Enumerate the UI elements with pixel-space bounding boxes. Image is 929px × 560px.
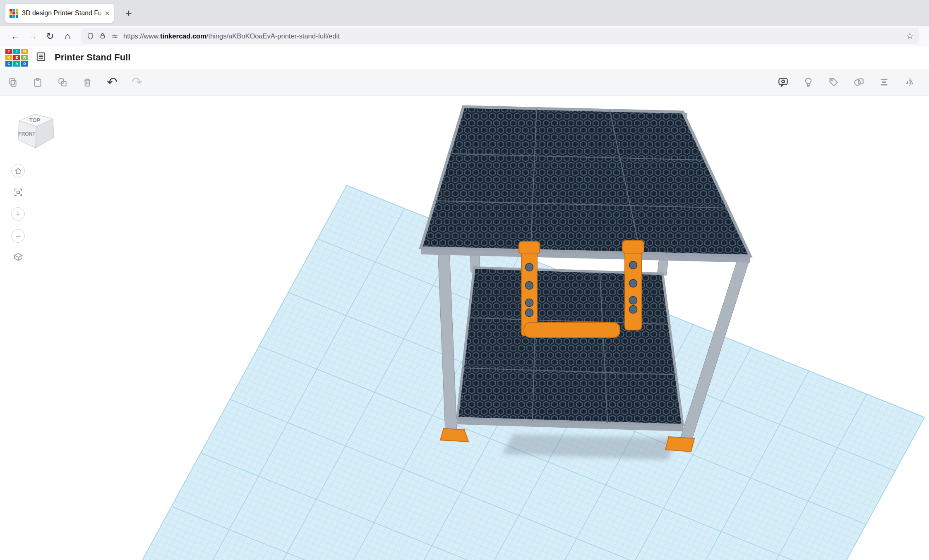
logo-tile	[12, 15, 15, 17]
browser-tab[interactable]: 3D design Printer Stand Full | Ti ×	[5, 4, 114, 23]
forward-icon[interactable]: →	[24, 31, 41, 42]
browser-home-icon[interactable]: ⌂	[59, 31, 76, 42]
group-icon[interactable]	[850, 73, 867, 91]
undo-icon[interactable]: ↶	[104, 73, 120, 91]
logo-tile: C	[5, 61, 12, 67]
logo-tile	[12, 12, 15, 14]
mirror-icon[interactable]	[901, 73, 917, 91]
logo-tile	[10, 9, 12, 12]
back-icon[interactable]: ←	[7, 31, 24, 42]
logo-tile: D	[21, 61, 28, 67]
design-menu-icon[interactable]	[36, 51, 46, 64]
viewcube-front-label: FRONT	[18, 131, 36, 137]
logo-tile	[16, 12, 18, 14]
viewport-canvas[interactable]: TOP FRONT + −	[0, 96, 929, 560]
toolbar-right-group	[766, 73, 929, 91]
tab-title: 3D design Printer Stand Full | Ti	[22, 10, 101, 17]
bookmark-star-icon[interactable]: ☆	[906, 31, 914, 41]
app-header: TINKERCAD Printer Stand Full	[0, 46, 929, 69]
logo-tile: T	[5, 49, 12, 54]
lock-icon[interactable]	[99, 32, 106, 40]
fit-view-button[interactable]	[11, 185, 25, 199]
logo-tile	[10, 12, 12, 14]
logo-tile: I	[13, 49, 20, 54]
zoom-out-button[interactable]: −	[11, 229, 25, 243]
tinkercad-favicon	[10, 9, 18, 18]
editor-toolbar: ↶ ↷	[0, 69, 929, 96]
copy-icon[interactable]	[5, 73, 21, 91]
logo-tile: A	[13, 61, 20, 67]
notes-toggle-icon[interactable]	[775, 73, 791, 91]
logo-tile: N	[21, 49, 28, 54]
new-tab-button[interactable]: +	[121, 6, 137, 21]
design-title[interactable]: Printer Stand Full	[55, 52, 130, 63]
permissions-icon[interactable]	[111, 32, 119, 40]
browser-window: 3D design Printer Stand Full | Ti × + ← …	[0, 0, 929, 560]
redo-icon[interactable]: ↷	[129, 73, 145, 91]
tinkercad-logo[interactable]: TINKERCAD	[5, 49, 28, 67]
zoom-in-button[interactable]: +	[11, 207, 25, 221]
lightbulb-icon[interactable]	[800, 73, 816, 91]
viewcube-top-label: TOP	[29, 117, 41, 123]
delete-icon[interactable]	[79, 73, 96, 91]
logo-tile: K	[5, 55, 12, 60]
tag-icon[interactable]	[825, 73, 842, 91]
shield-icon[interactable]	[86, 32, 94, 40]
logo-tile	[16, 15, 18, 17]
scene-3d[interactable]	[0, 96, 929, 560]
tab-close-icon[interactable]: ×	[105, 9, 110, 17]
perspective-toggle-button[interactable]	[11, 250, 25, 264]
logo-tile	[16, 9, 18, 12]
view-cube[interactable]: TOP FRONT	[13, 110, 59, 151]
logo-tile	[12, 9, 15, 12]
logo-tile	[10, 15, 12, 17]
url-text[interactable]: https://www.tinkercad.com/things/aKBoKOo…	[123, 32, 901, 40]
logo-tile: E	[13, 55, 20, 60]
home-view-button[interactable]	[11, 164, 25, 177]
url-bar[interactable]: https://www.tinkercad.com/things/aKBoKOo…	[81, 28, 919, 44]
paste-icon[interactable]	[29, 73, 46, 91]
browser-tab-bar: 3D design Printer Stand Full | Ti × +	[0, 0, 929, 26]
logo-tile: R	[21, 55, 28, 60]
reload-icon[interactable]: ↻	[41, 31, 59, 42]
align-icon[interactable]	[876, 73, 892, 91]
browser-nav-bar: ← → ↻ ⌂ https://www.tinkercad.com/things…	[0, 26, 929, 46]
duplicate-icon[interactable]	[54, 73, 71, 91]
